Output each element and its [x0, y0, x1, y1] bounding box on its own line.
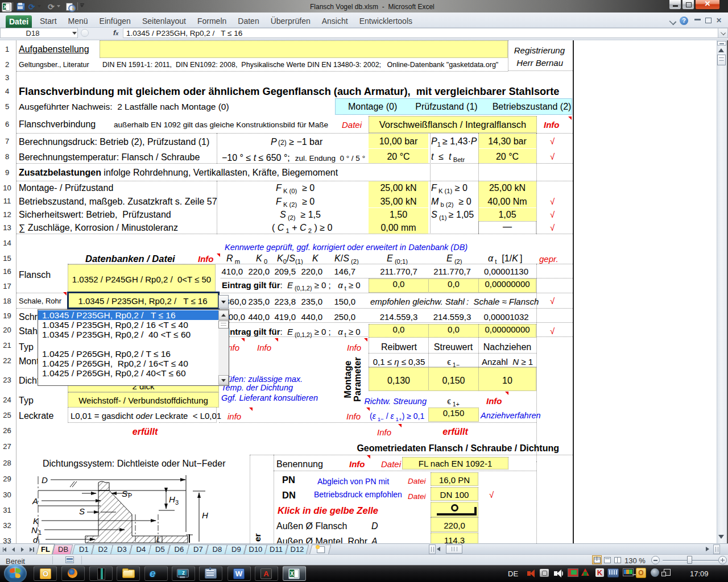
svg-text:d: d — [33, 535, 38, 543]
svg-text:S: S — [79, 506, 85, 516]
svg-text:S: S — [122, 489, 127, 498]
svg-text:H: H — [202, 510, 208, 520]
svg-text:H: H — [169, 494, 175, 504]
svg-text:N: N — [31, 525, 38, 535]
svg-text:L: L — [156, 536, 160, 543]
svg-text:1: 1 — [38, 529, 42, 536]
svg-text:D: D — [42, 475, 48, 485]
svg-text:K: K — [33, 516, 39, 526]
svg-text:i: i — [38, 538, 39, 543]
svg-text:3: 3 — [175, 499, 179, 506]
svg-text:A: A — [32, 496, 38, 506]
svg-text:P: P — [128, 492, 132, 499]
